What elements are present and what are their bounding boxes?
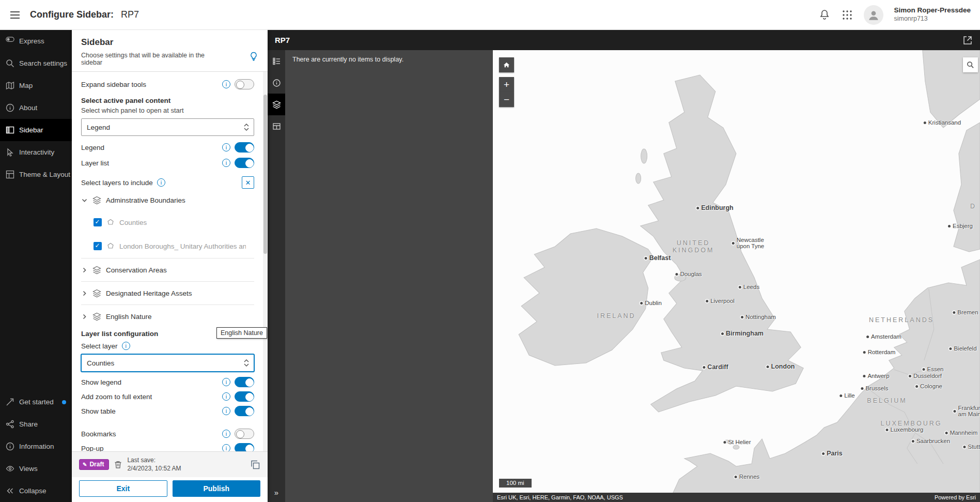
- app-launcher-grid-icon[interactable]: [841, 9, 853, 21]
- info-icon[interactable]: [122, 342, 130, 350]
- express-label: Express: [19, 37, 44, 45]
- hamburger-menu-icon[interactable]: [9, 9, 21, 21]
- info-icon[interactable]: [222, 444, 230, 451]
- map-city-label: London: [767, 363, 795, 370]
- open-preview-windows-icon[interactable]: [250, 460, 260, 470]
- map-country-label: UNITED KINGDOM: [673, 239, 714, 254]
- map-city-label: Stuttg: [963, 444, 980, 450]
- info-icon[interactable]: [222, 392, 230, 401]
- sidebar-item-information[interactable]: Information: [0, 435, 72, 458]
- info-icon[interactable]: [157, 178, 165, 187]
- nav-label: Get started: [19, 398, 54, 406]
- legend-widget-button[interactable]: [268, 50, 285, 72]
- show-table-toggle[interactable]: [235, 406, 254, 416]
- nav-label: Map: [19, 82, 33, 89]
- layer-list-row: Layer list: [81, 156, 254, 170]
- expand-panel-chevrons-button[interactable]: [268, 482, 285, 502]
- tree-item-administrative-boundaries[interactable]: Adminstrative Boundaries: [81, 190, 254, 210]
- toggle-label: Add zoom to full extent: [81, 393, 152, 401]
- delete-trash-icon[interactable]: [114, 460, 122, 469]
- sidebar-item-search-settings[interactable]: Search settings: [0, 52, 72, 74]
- sidebar-item-interactivity[interactable]: Interactivity: [0, 141, 72, 163]
- map-city-label: Frankfurt am Main: [953, 405, 980, 417]
- export-launch-icon[interactable]: [962, 35, 973, 45]
- city-dot: [723, 441, 726, 444]
- info-icon[interactable]: [222, 143, 230, 151]
- info-icon[interactable]: [222, 159, 230, 167]
- sidebar-item-theme-layout[interactable]: Theme & Layout: [0, 163, 72, 186]
- tree-item-conservation-areas[interactable]: Conservation Areas: [81, 258, 254, 281]
- map-city-label: Rennes: [735, 474, 760, 480]
- info-icon[interactable]: [222, 430, 230, 438]
- sidebar-item-sidebar[interactable]: Sidebar: [0, 119, 72, 141]
- expand-tools-label: Expand sidebar tools: [81, 81, 146, 88]
- widget-toolbar: [268, 50, 285, 502]
- bookmarks-toggle[interactable]: [235, 429, 254, 439]
- active-panel-select-value: Legend: [87, 124, 110, 131]
- select-layer-select[interactable]: Counties: [81, 354, 254, 372]
- counties-checkbox[interactable]: [94, 218, 102, 226]
- legend-toggle[interactable]: [235, 142, 254, 153]
- avatar[interactable]: [864, 5, 883, 25]
- polygon-layer-icon: [106, 218, 115, 226]
- sidebar-item-map[interactable]: Map: [0, 74, 72, 97]
- show-legend-toggle[interactable]: [235, 377, 254, 387]
- tree-item-designated-heritage[interactable]: Designated Heritage Assets: [81, 282, 254, 305]
- tree-item-london-boroughs[interactable]: London Boroughs_ Unitary Authorities and: [81, 234, 254, 258]
- map-city-label: Rotterdam: [863, 349, 896, 355]
- config-panel-header: Sidebar Choose settings that will be ava…: [72, 30, 268, 72]
- user-info[interactable]: Simon Roper-Pressdee simonrp713: [894, 6, 971, 23]
- nav-label: Interactivity: [19, 148, 54, 156]
- city-dot: [721, 332, 724, 335]
- city-dot: [923, 368, 925, 371]
- tree-item-english-nature[interactable]: English Nature: [81, 305, 254, 328]
- popup-toggle[interactable]: [235, 443, 254, 451]
- city-dot: [735, 476, 737, 478]
- sidebar-item-about[interactable]: About: [0, 97, 72, 119]
- info-icon[interactable]: [222, 378, 230, 386]
- city-dot: [675, 273, 678, 276]
- map-view[interactable]: UNITED KINGDOMIRELANDNETHERLANDSBELGIUML…: [493, 50, 980, 502]
- close-layer-select-button[interactable]: [242, 176, 254, 189]
- info-icon[interactable]: [222, 80, 230, 88]
- zoom-in-button[interactable]: +: [499, 77, 514, 92]
- active-panel-select[interactable]: Legend: [81, 118, 254, 136]
- map-search-button[interactable]: [963, 57, 978, 72]
- table-widget-button[interactable]: [268, 115, 285, 137]
- notifications-bell-icon[interactable]: [818, 9, 831, 21]
- sidebar-item-collapse[interactable]: Collapse: [0, 480, 72, 502]
- info-widget-button[interactable]: [268, 72, 285, 94]
- sidebar-item-share[interactable]: Share: [0, 413, 72, 435]
- home-button[interactable]: [499, 57, 514, 72]
- sidebar-icon: [6, 126, 14, 134]
- city-dot: [948, 225, 951, 227]
- express-toggle[interactable]: Express: [0, 30, 72, 52]
- map-country-label: LUXEMBOURG: [881, 420, 942, 427]
- exit-button[interactable]: Exit: [79, 480, 167, 497]
- tree-item-label: English Nature: [106, 313, 152, 321]
- city-dot: [953, 410, 956, 413]
- notification-dot: [62, 400, 66, 404]
- expand-tools-toggle[interactable]: [235, 79, 254, 89]
- config-scrollbar[interactable]: [263, 72, 268, 451]
- add-zoom-toggle[interactable]: [235, 391, 254, 402]
- city-dot: [767, 366, 769, 368]
- nav-label: Share: [19, 420, 38, 428]
- layer-list-toggle[interactable]: [235, 158, 254, 168]
- sidebar-item-get-started[interactable]: Get started: [0, 391, 72, 413]
- zoom-out-button[interactable]: −: [499, 92, 514, 107]
- tree-item-counties[interactable]: Counties: [81, 210, 254, 234]
- map-city-label: Bremen: [953, 309, 978, 315]
- publish-button[interactable]: Publish: [173, 480, 261, 497]
- search-icon: [6, 59, 14, 68]
- layer-list-widget-button[interactable]: [268, 94, 285, 115]
- map-city-label: Nottingham: [741, 314, 776, 320]
- city-dot: [696, 207, 699, 209]
- select-arrows-icon: [243, 359, 250, 367]
- info-icon[interactable]: [222, 407, 230, 415]
- london-boroughs-checkbox[interactable]: [94, 242, 102, 250]
- layer-list-panel: There are currently no items to display.: [285, 50, 493, 502]
- sidebar-item-views[interactable]: Views: [0, 458, 72, 480]
- select-layer-value: Counties: [87, 359, 114, 367]
- lightbulb-icon[interactable]: [249, 52, 258, 61]
